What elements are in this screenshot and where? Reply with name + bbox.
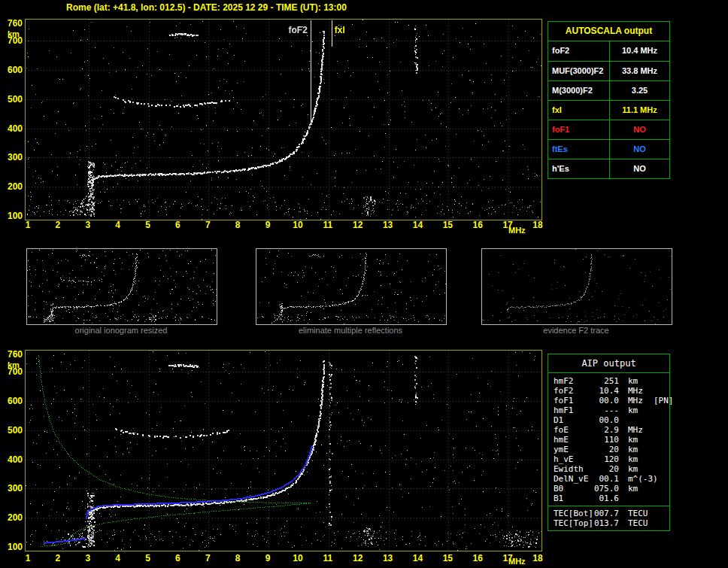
thumbnail-eliminate-reflections	[256, 248, 447, 325]
y-tick-label: 600	[0, 396, 23, 406]
x-tick-label: 13	[378, 220, 398, 230]
autoscala-row: h'EsNO	[548, 159, 669, 178]
y-tick-label: 400	[0, 123, 23, 134]
fxi-marker-label: fxI	[335, 25, 368, 35]
ionogram-bottom-canvas	[25, 350, 542, 551]
x-tick-label: 12	[348, 553, 368, 563]
autoscala-row: MUF(3000)F233.8 MHz	[548, 61, 669, 80]
aip-parameter-value: 20	[593, 445, 619, 454]
aip-parameter-value: 10.4	[593, 386, 619, 396]
aip-parameter-value: 120	[593, 454, 619, 464]
autoscala-row-label: foF2	[548, 41, 610, 61]
aip-parameter-unit: km	[619, 454, 654, 464]
x-tick-label: 14	[408, 220, 427, 230]
aip-table-rows: hmF2251kmfoF210.4MHzfoF100.0MHz[PN]hmF1-…	[548, 373, 669, 506]
thumbnail-caption-evidence: evidence F2 trace	[481, 326, 672, 335]
aip-parameter-value: 007.7	[593, 509, 619, 518]
thumbnail-original-ionogram	[26, 248, 217, 325]
x-tick-label: 1	[18, 220, 38, 230]
autoscala-row-value: 10.4 MHz	[610, 41, 669, 61]
thumbnail-caption-original: original ionogram resized	[26, 326, 217, 335]
y-tick-label: 300	[0, 152, 23, 163]
autoscala-row-label: foF1	[548, 120, 610, 139]
aip-parameter-unit	[619, 415, 654, 425]
autoscala-row: foF210.4 MHz	[548, 41, 669, 61]
aip-parameter-note	[654, 494, 669, 503]
aip-parameter-name: ymE	[548, 445, 593, 454]
thumbnail-caption-eliminate: eliminate multiple reflections	[255, 326, 446, 335]
aip-parameter-note	[654, 464, 669, 474]
autoscala-screen: Rome (lat: +41.8, lon: 012.5) - DATE: 20…	[0, 0, 728, 568]
aip-parameter-name: foF1	[548, 396, 593, 405]
aip-table-header: AIP output	[548, 354, 669, 373]
y-tick-label: 300	[0, 483, 23, 494]
y-tick-label: 200	[0, 181, 23, 192]
aip-parameter-note	[654, 484, 669, 494]
aip-parameter-unit: TECU	[619, 509, 654, 518]
y-tick-label: 760	[0, 349, 23, 360]
aip-parameter-note	[654, 415, 669, 425]
aip-parameter-value: 00.1	[593, 474, 619, 484]
aip-tec-rows: TEC[Bot]007.7TECUTEC[Top]013.7TECU	[548, 506, 669, 530]
y-tick-label: 500	[0, 94, 23, 105]
x-tick-label: 3	[78, 553, 98, 563]
x-tick-label: 11	[318, 220, 338, 230]
aip-row: ymE20km	[548, 445, 669, 454]
aip-parameter-note: [PN]	[654, 396, 674, 405]
aip-parameter-note	[654, 435, 669, 445]
aip-parameter-value: 2.9	[593, 425, 619, 435]
thumbnail-original-canvas	[27, 249, 217, 324]
aip-parameter-name: hmE	[548, 435, 593, 445]
autoscala-row-value: NO	[610, 140, 669, 159]
aip-parameter-name: B0	[548, 484, 593, 494]
aip-parameter-unit: MHz	[619, 386, 654, 396]
autoscala-row-label: M(3000)F2	[548, 81, 610, 100]
y-tick-label: 200	[0, 512, 23, 523]
station-title: Rome (lat: +41.8, lon: 012.5) - DATE: 20…	[66, 2, 347, 13]
x-tick-label: 7	[198, 220, 217, 230]
aip-parameter-note	[654, 518, 669, 528]
thumbnail-eliminate-reflections-canvas	[256, 249, 446, 324]
x-tick-label: 2	[48, 553, 68, 563]
autoscala-table-rows: foF210.4 MHzMUF(3000)F233.8 MHzM(3000)F2…	[548, 41, 669, 178]
y-tick-label: 100	[0, 542, 23, 552]
aip-parameter-name: D1	[548, 415, 593, 425]
autoscala-row-label: fxI	[548, 101, 610, 120]
y-tick-label: 700	[0, 366, 23, 377]
aip-parameter-note	[654, 405, 669, 415]
x-tick-label: 2	[48, 220, 68, 230]
aip-parameter-name: TEC[Bot]	[548, 509, 593, 518]
aip-parameter-name: foE	[548, 425, 593, 435]
aip-row: TEC[Top]013.7TECU	[548, 518, 669, 528]
x-tick-label: 14	[408, 553, 427, 563]
aip-row: B0075.0km	[548, 484, 669, 494]
aip-parameter-name: hmF2	[548, 376, 593, 386]
x-tick-label: 15	[438, 220, 457, 230]
aip-output-table: AIP output hmF2251kmfoF210.4MHzfoF100.0M…	[548, 354, 670, 531]
x-tick-label: 13	[378, 553, 398, 563]
autoscala-row-value: 33.8 MHz	[610, 62, 669, 80]
x-tick-label: 10	[288, 220, 308, 230]
aip-row: hmE110km	[548, 435, 669, 445]
aip-parameter-name: B1	[548, 494, 593, 503]
aip-parameter-value: 20	[593, 464, 619, 474]
aip-row: foF100.0MHz[PN]	[548, 396, 669, 405]
autoscala-row-value: NO	[610, 159, 669, 178]
aip-parameter-note	[658, 474, 669, 484]
thumbnail-evidence-f2	[481, 248, 672, 325]
autoscala-table-header: AUTOSCALA output	[548, 22, 669, 41]
aip-parameter-unit: km	[619, 484, 654, 494]
aip-row: TEC[Bot]007.7TECU	[548, 509, 669, 518]
y-tick-label: 400	[0, 454, 23, 465]
x-tick-label: 11	[318, 553, 338, 563]
ionogram-top-canvas	[25, 19, 542, 220]
aip-parameter-name: foF2	[548, 386, 593, 396]
x-tick-label: 18	[528, 553, 548, 563]
autoscala-row: fxI11.1 MHz	[548, 100, 669, 120]
aip-row: D100.0	[548, 415, 669, 425]
aip-row: hmF1---km	[548, 405, 669, 415]
aip-parameter-note	[654, 425, 669, 435]
x-tick-label: 8	[228, 553, 247, 563]
autoscala-row: foF1NO	[548, 120, 669, 139]
aip-parameter-unit: km	[619, 376, 654, 386]
